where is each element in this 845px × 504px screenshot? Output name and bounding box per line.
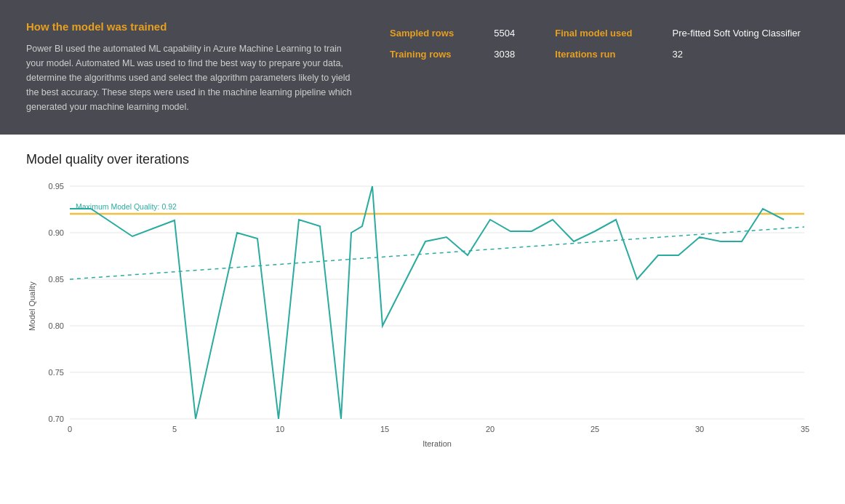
svg-text:0.90: 0.90 [49,228,64,237]
svg-text:20: 20 [486,425,494,433]
svg-text:0: 0 [68,425,72,433]
iterations-label: Iterations run [555,49,650,60]
chart-title: Model quality over iterations [26,152,819,167]
svg-text:0.70: 0.70 [49,415,64,423]
svg-text:5: 5 [172,425,177,433]
svg-text:35: 35 [801,425,809,433]
final-model-value: Pre-fitted Soft Voting Classifier [673,28,819,39]
svg-text:0.80: 0.80 [49,321,64,330]
y-axis-label: Model Quality [28,281,36,331]
bottom-panel: Model quality over iterations 0.95 0.90 … [0,135,845,467]
trend-line [70,227,804,279]
svg-text:15: 15 [380,425,389,433]
svg-text:0.75: 0.75 [49,368,64,377]
svg-text:0.85: 0.85 [49,275,64,284]
svg-text:0.95: 0.95 [49,182,64,191]
sampled-rows-label: Sampled rows [390,28,472,39]
svg-text:10: 10 [276,425,284,433]
training-rows-value: 3038 [494,49,533,60]
top-panel: How the model was trained Power BI used … [0,0,845,135]
training-rows-label: Training rows [390,49,472,60]
description-section: How the model was trained Power BI used … [26,20,361,114]
max-quality-label: Maximum Model Quality: 0.92 [76,202,177,211]
final-model-label: Final model used [555,28,650,39]
description-text: Power BI used the automated ML capabilit… [26,41,361,114]
stats-section: Sampled rows 5504 Final model used Pre-f… [390,20,819,60]
chart-container: 0.95 0.90 0.85 0.80 0.75 0.70 Model Qual… [26,179,819,455]
x-axis-label: Iteration [422,439,452,448]
model-quality-chart: 0.95 0.90 0.85 0.80 0.75 0.70 Model Qual… [26,179,819,455]
iterations-value: 32 [673,49,819,60]
svg-text:25: 25 [590,425,599,433]
svg-text:30: 30 [695,425,704,433]
section-title: How the model was trained [26,20,361,33]
model-quality-line [70,186,784,419]
sampled-rows-value: 5504 [494,28,533,39]
